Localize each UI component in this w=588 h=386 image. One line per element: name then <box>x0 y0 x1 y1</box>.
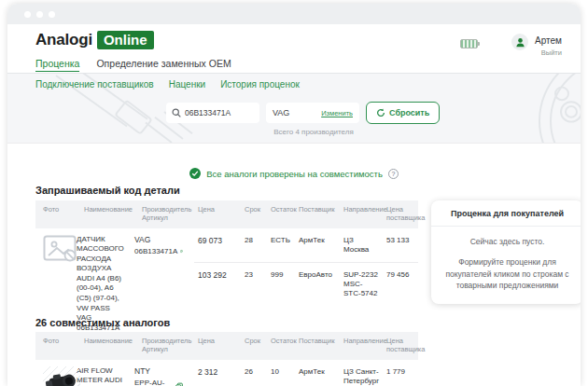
subnav-item-suppliers[interactable]: Подключение поставщиков <box>35 79 154 90</box>
product-article: EPP-AU-011 <box>134 379 173 386</box>
col-supplier-price: Цена поставщика <box>383 205 418 223</box>
col-direction: Направление <box>340 337 383 345</box>
reset-button[interactable]: Сбросить <box>366 102 440 124</box>
col-stock: Остаток <box>267 205 295 214</box>
compatibility-banner: Все аналоги проверены на совместимость ? <box>7 168 581 179</box>
col-supplier: Поставщик <box>295 337 340 345</box>
offer-supplier: ЕвроАвто <box>295 270 340 299</box>
main-navigation: Проценка Определение заменных ОЕМ <box>35 58 231 72</box>
col-price: Цена <box>194 337 241 345</box>
offer-term: 26 <box>241 367 267 386</box>
copy-icon[interactable] <box>180 247 183 255</box>
user-name: Артем <box>535 35 562 46</box>
requested-section-title: Запрашиваемый код детали <box>35 185 180 196</box>
col-brand-article: Производитель Артикул <box>138 337 194 354</box>
analogs-table: Фото Наименование Производитель Артикул … <box>35 332 418 386</box>
sub-navigation: Подключение поставщиков Наценки История … <box>35 79 300 90</box>
person-icon <box>515 37 525 48</box>
col-brand-article: Производитель Артикул <box>138 205 194 223</box>
product-name: AIR FLOW METER AUDI A4 2.0 2000-,A6 2.0 … <box>77 366 127 386</box>
avatar <box>511 34 528 50</box>
offer-row[interactable]: 103 292 23 999 ЕвроАвто SUP-2232 MSC-STC… <box>194 262 418 306</box>
offer-price: 103 292 <box>194 270 241 299</box>
offer-stock: 999 <box>267 270 295 299</box>
table-header: Фото Наименование Производитель Артикул … <box>35 332 418 360</box>
analog-row[interactable]: AIR FLOW METER AUDI A4 2.0 2000-,A6 2.0 … <box>35 360 418 386</box>
product-photo <box>43 366 80 386</box>
manufacturers-count-note: Всего 4 производителя <box>248 128 379 136</box>
offer-row[interactable]: 2 312 26 10 АрмТек ЦЗ Санкт-Петербург 1 … <box>194 360 418 386</box>
logo-badge: Online <box>97 31 154 49</box>
buyers-pricing-panel: Проценка для покупателей Сейчас здесь пу… <box>431 200 581 304</box>
nav-tab-oem[interactable]: Определение заменных ОЕМ <box>96 58 231 72</box>
reset-button-label: Сбросить <box>389 108 429 117</box>
search-band: Подключение поставщиков Наценки История … <box>7 73 581 144</box>
product-brand: VAG <box>134 235 183 244</box>
col-name: Наименование <box>80 337 138 345</box>
offer-supplier: АрмТек <box>295 367 340 386</box>
offer-supplier: АрмТек <box>295 236 340 255</box>
offer-stock: ЕСТЬ <box>267 236 295 255</box>
col-term: Срок <box>241 205 267 214</box>
manufacturer-box: VAG Изменить <box>266 103 359 123</box>
battery-icon <box>460 39 478 48</box>
browser-window: Analogi Online Проценка Определение заме… <box>7 4 581 386</box>
copy-icon[interactable] <box>175 382 183 386</box>
product-article: 06B133471A <box>134 247 177 255</box>
logo-text: Analogi <box>35 31 92 49</box>
part-code-input[interactable] <box>185 108 252 117</box>
panel-empty-text: Сейчас здесь пусто. <box>443 236 571 248</box>
app-header: Analogi Online Проценка Определение заме… <box>7 24 581 73</box>
offer-row[interactable]: 69 073 28 ЕСТЬ АрмТек ЦЗ Москва 53 133 <box>194 228 418 262</box>
panel-title: Проценка для покупателей <box>431 200 581 227</box>
col-photo: Фото <box>35 337 80 345</box>
col-supplier: Поставщик <box>295 205 340 214</box>
help-icon[interactable]: ? <box>388 169 399 179</box>
col-term: Срок <box>241 337 267 345</box>
logout-link[interactable]: Выйти <box>541 48 562 57</box>
offer-supplier-price: 1 779 <box>383 367 418 386</box>
offer-price: 69 073 <box>194 236 241 255</box>
offer-supplier-price: 53 133 <box>383 236 418 255</box>
check-circle-icon <box>189 168 201 179</box>
offer-price: 2 312 <box>194 367 241 386</box>
offer-term: 28 <box>241 236 267 255</box>
part-code-searchbox[interactable] <box>166 103 259 123</box>
requested-part-table: Фото Наименование Производитель Артикул … <box>35 200 418 352</box>
change-manufacturer-link[interactable]: Изменить <box>321 109 353 117</box>
col-price: Цена <box>194 205 241 214</box>
analogs-section-title: 26 совместимых аналогов <box>35 317 170 328</box>
manufacturer-value: VAG <box>273 108 289 117</box>
offer-stock: 10 <box>267 367 295 386</box>
subnav-item-history[interactable]: История проценок <box>220 79 300 90</box>
app-logo: Analogi Online <box>35 31 154 49</box>
subnav-item-markups[interactable]: Наценки <box>169 79 205 90</box>
col-direction: Направление <box>340 205 383 214</box>
offer-direction: ЦЗ Санкт-Петербург <box>340 367 383 386</box>
offer-direction: SUP-2232 MSC-STC-5742 <box>340 270 383 299</box>
user-box: Артем Выйти <box>511 32 562 57</box>
nav-tab-procenka[interactable]: Проценка <box>35 58 79 72</box>
window-dot-icon <box>36 11 43 18</box>
window-chrome-bar <box>7 4 581 24</box>
window-dot-icon <box>24 11 31 18</box>
col-name: Наименование <box>80 205 138 214</box>
search-icon <box>172 108 181 117</box>
product-brand: NTY <box>134 366 183 376</box>
table-header: Фото Наименование Производитель Артикул … <box>35 200 418 228</box>
compatibility-text: Все аналоги проверены на совместимость <box>206 169 383 179</box>
offer-direction: ЦЗ Москва <box>340 236 383 255</box>
offer-supplier-price: 79 456 <box>383 270 418 299</box>
refresh-icon <box>376 108 385 117</box>
col-supplier-price: Цена поставщика <box>383 337 418 354</box>
col-stock: Остаток <box>267 337 295 345</box>
panel-hint-text: Формируйте проценки для покупателей клик… <box>443 256 571 292</box>
offer-term: 23 <box>241 270 267 299</box>
window-dot-icon <box>49 11 55 18</box>
col-photo: Фото <box>35 205 80 214</box>
